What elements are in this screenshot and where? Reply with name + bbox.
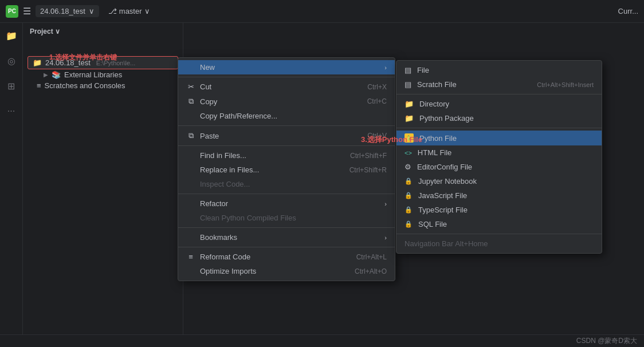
credit-text: CSDN @蒙奇D索大 bbox=[576, 336, 637, 346]
menu-item-inspect: Inspect Code... bbox=[178, 177, 395, 191]
replace-label-group: Replace in Files... bbox=[186, 165, 259, 174]
more-icon-bar[interactable]: ··· bbox=[3, 103, 19, 119]
paste-label: Paste bbox=[200, 132, 219, 140]
new-label-group: New bbox=[186, 63, 215, 72]
branch-dropdown-icon: ∨ bbox=[144, 7, 150, 15]
sql-lock-icon: 🔒 bbox=[405, 220, 413, 228]
submenu-item-sql[interactable]: 🔒 SQL File bbox=[396, 217, 602, 231]
menu-item-copy-path[interactable]: Copy Path/Reference... bbox=[178, 109, 395, 123]
copy-label: Copy bbox=[200, 97, 217, 106]
copy-icon: ⧉ bbox=[186, 97, 195, 106]
scratches-label: Scratches and Consoles bbox=[45, 81, 125, 90]
menu-item-find[interactable]: Find in Files... Ctrl+Shift+F bbox=[178, 148, 395, 163]
inspect-label-group: Inspect Code... bbox=[186, 180, 250, 188]
reformat-label-group: ≡ Reformat Code bbox=[186, 253, 250, 261]
sidebar-title: Project ∨ bbox=[30, 27, 60, 36]
submenu-item-python-file[interactable]: 🐍 Python File bbox=[396, 131, 602, 145]
project-name: 24.06.18_test bbox=[40, 7, 85, 15]
menu-item-copy[interactable]: ⧉ Copy Ctrl+C bbox=[178, 94, 395, 109]
cut-label: Cut bbox=[200, 82, 211, 91]
sidebar: Project ∨ 1.选择文件并单击右键 2.选择new 📁 24.06.18… bbox=[23, 23, 183, 347]
editorconfig-icon: ⚙ bbox=[405, 163, 411, 171]
submenu-item-editorconfig[interactable]: ⚙ EditorConfig File bbox=[396, 160, 602, 174]
separator1 bbox=[178, 77, 395, 77]
separator4 bbox=[178, 194, 395, 194]
menu-item-new[interactable]: New › ▤ File ▤ Scratch File Ctrl+Alt+Shi… bbox=[178, 60, 395, 74]
hamburger-menu-icon[interactable]: ☰ bbox=[23, 6, 31, 17]
scratch-shortcut: Ctrl+Alt+Shift+Insert bbox=[537, 81, 594, 88]
sidebar-item-project[interactable]: 📁 24.06.18_test E:\Python\le... bbox=[28, 56, 178, 69]
submenu-item-html[interactable]: <> HTML File bbox=[396, 145, 602, 160]
python-package-icon: 📁 bbox=[405, 114, 414, 123]
copy-label-group: ⧉ Copy bbox=[186, 97, 217, 106]
file-label: File bbox=[417, 66, 429, 74]
cut-shortcut: Ctrl+X bbox=[367, 83, 387, 91]
reformat-icon: ≡ bbox=[186, 253, 195, 261]
branch-selector[interactable]: ⎇ master ∨ bbox=[108, 7, 150, 15]
menu-item-refactor[interactable]: Refactor › bbox=[178, 196, 395, 211]
git-icon-bar[interactable]: ◎ bbox=[3, 53, 19, 69]
sidebar-item-scratches[interactable]: ≡ Scratches and Consoles bbox=[28, 80, 183, 91]
submenu-item-ts[interactable]: 🔒 TypeScript File bbox=[396, 203, 602, 217]
scratches-icon: ≡ bbox=[37, 81, 41, 90]
menu-item-cut[interactable]: ✂ Cut Ctrl+X bbox=[178, 80, 395, 94]
submenu-nav-bar-hint: Navigation Bar Alt+Home bbox=[396, 236, 602, 251]
inspect-label: Inspect Code... bbox=[200, 180, 250, 188]
separator2 bbox=[178, 125, 395, 126]
menu-item-bookmarks[interactable]: Bookmarks › bbox=[178, 230, 395, 245]
editorconfig-label: EditorConfig File bbox=[417, 163, 472, 171]
menu-item-clean: Clean Python Compiled Files bbox=[178, 211, 395, 225]
sidebar-header[interactable]: Project ∨ bbox=[23, 23, 183, 40]
folder-icon: 📁 bbox=[33, 58, 42, 67]
submenu-separator2 bbox=[396, 128, 602, 128]
submenu-item-python-package[interactable]: 📁 Python Package bbox=[396, 111, 602, 125]
js-lock-icon: 🔒 bbox=[405, 192, 413, 199]
submenu-item-file[interactable]: ▤ File bbox=[396, 63, 602, 77]
submenu-item-jupyter[interactable]: 🔒 Jupyter Notebook bbox=[396, 174, 602, 188]
ts-lock-icon: 🔒 bbox=[405, 206, 413, 214]
sidebar-item-external[interactable]: ▶ 📚 External Libraries bbox=[34, 69, 183, 80]
optimize-shortcut: Ctrl+Alt+O bbox=[355, 267, 387, 275]
submenu: ▤ File ▤ Scratch File Ctrl+Alt+Shift+Ins… bbox=[396, 60, 602, 254]
project-dropdown-icon: ∨ bbox=[89, 7, 95, 15]
python-package-label: Python Package bbox=[419, 114, 474, 123]
bookmarks-label-group: Bookmarks bbox=[186, 233, 237, 242]
copy-shortcut: Ctrl+C bbox=[367, 97, 387, 105]
copy-path-label: Copy Path/Reference... bbox=[200, 112, 277, 120]
menu-item-reformat[interactable]: ≡ Reformat Code Ctrl+Alt+L bbox=[178, 250, 395, 264]
submenu-item-js[interactable]: 🔒 JavaScript File bbox=[396, 188, 602, 203]
submenu-item-scratch[interactable]: ▤ Scratch File Ctrl+Alt+Shift+Insert bbox=[396, 77, 602, 92]
bottom-bar: CSDN @蒙奇D索大 bbox=[0, 334, 644, 347]
new-arrow-icon: › bbox=[384, 64, 387, 71]
submenu-separator3 bbox=[396, 234, 602, 234]
project-selector[interactable]: 24.06.18_test ∨ bbox=[36, 5, 99, 17]
js-label: JavaScript File bbox=[418, 191, 467, 200]
separator6 bbox=[178, 247, 395, 247]
titlebar-right-text: Curr... bbox=[618, 7, 638, 15]
find-label: Find in Files... bbox=[200, 151, 246, 160]
jupyter-label: Jupyter Notebook bbox=[418, 177, 477, 186]
submenu-item-directory[interactable]: 📁 Directory bbox=[396, 97, 602, 111]
menu-item-optimize[interactable]: Optimize Imports Ctrl+Alt+O bbox=[178, 264, 395, 278]
scratch-label: Scratch File bbox=[417, 80, 457, 89]
directory-label: Directory bbox=[419, 100, 449, 108]
html-label: HTML File bbox=[418, 148, 451, 157]
replace-label: Replace in Files... bbox=[200, 165, 259, 174]
structure-icon-bar[interactable]: ⊞ bbox=[3, 78, 19, 94]
paste-shortcut: Ctrl+V bbox=[367, 132, 387, 140]
paste-icon: ⧉ bbox=[186, 131, 195, 140]
optimize-label-group: Optimize Imports bbox=[186, 267, 256, 275]
context-menu: New › ▤ File ▤ Scratch File Ctrl+Alt+Shi… bbox=[178, 57, 395, 281]
folder-icon-bar[interactable]: 📁 bbox=[3, 27, 19, 44]
clean-label-group: Clean Python Compiled Files bbox=[186, 214, 296, 222]
reformat-shortcut: Ctrl+Alt+L bbox=[356, 253, 387, 261]
menu-item-replace[interactable]: Replace in Files... Ctrl+Shift+R bbox=[178, 163, 395, 177]
find-shortcut: Ctrl+Shift+F bbox=[350, 152, 387, 160]
menu-item-paste[interactable]: ⧉ Paste Ctrl+V bbox=[178, 128, 395, 143]
directory-icon: 📁 bbox=[405, 100, 414, 108]
new-label: New bbox=[200, 63, 215, 72]
submenu-separator1 bbox=[396, 94, 602, 94]
reformat-label: Reformat Code bbox=[200, 253, 250, 261]
sql-label: SQL File bbox=[418, 220, 447, 228]
nav-bar-hint-text: Navigation Bar Alt+Home bbox=[405, 239, 488, 248]
